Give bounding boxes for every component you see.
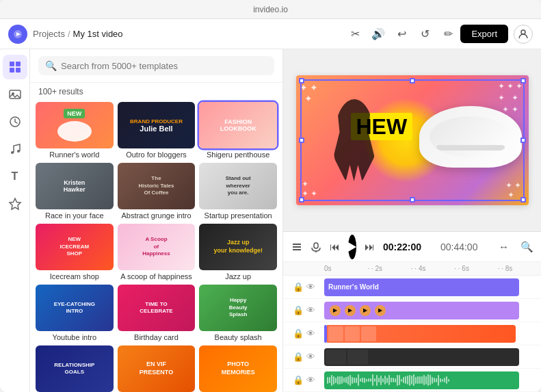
total-time-display: 00:44:00: [440, 241, 478, 252]
track-clip-4[interactable]: [324, 348, 519, 366]
user-icon: [518, 29, 529, 40]
redo-icon[interactable]: ↩: [395, 27, 408, 41]
text-icon: T: [12, 170, 18, 183]
brush-icon[interactable]: ✏: [441, 27, 455, 41]
svg-rect-14: [293, 246, 301, 248]
template-item-11[interactable]: TIME TOCELEBRATE Birthday card: [118, 285, 196, 341]
export-button[interactable]: Export: [460, 25, 508, 43]
track-row-1: 🔒 👁 Runner's World: [283, 276, 541, 299]
svg-rect-15: [293, 249, 301, 250]
expand-icon[interactable]: ↔: [494, 237, 513, 257]
track-row-4: 🔒 👁: [283, 345, 541, 369]
template-label-7: Icecream shop: [36, 272, 114, 280]
sidebar-item-music[interactable]: [3, 137, 27, 161]
timeline-tool-mic[interactable]: [311, 237, 321, 257]
ruler-2s: · · 2s: [367, 265, 410, 272]
track-clip-3[interactable]: [327, 325, 516, 343]
skip-forward-button[interactable]: ⏭: [365, 237, 375, 257]
total-time: [430, 241, 432, 252]
template-item-8[interactable]: A ScoopofHappiness A scoop of happiness: [118, 224, 196, 280]
handle-tm: [410, 78, 415, 83]
track-clip-label-1: Runner's World: [328, 283, 379, 291]
track-clip-1[interactable]: Runner's World: [324, 278, 519, 296]
scissors-icon[interactable]: ✂: [348, 27, 362, 41]
track-lock-icon-2[interactable]: 🔒: [293, 305, 304, 315]
clip-frame-3: [361, 326, 376, 341]
music-icon: [8, 142, 22, 156]
clip-icon-d: ▶: [375, 305, 386, 316]
sidebar-item-media[interactable]: [3, 82, 27, 107]
template-label-4: Race in your face: [36, 211, 114, 220]
track-lock-icon-1[interactable]: 🔒: [293, 282, 304, 292]
clock-icon: [8, 115, 22, 129]
svg-point-2: [521, 30, 525, 34]
refresh-icon[interactable]: ↺: [418, 27, 432, 41]
template-label-12: Beauty splash: [199, 333, 277, 341]
audio-track[interactable]: (function(){ var bars = []; for(var i=0;…: [324, 371, 519, 389]
template-thumb-15: PHOTOMEMORIES: [199, 345, 277, 392]
handle-lm: [299, 138, 304, 143]
template-item-7[interactable]: NEWICECREAMSHOP Icecream shop: [36, 224, 114, 280]
template-item-3[interactable]: FASHIONLOOKBOOK Shigeru penthouse: [199, 102, 277, 159]
template-thumb-12: HappyBeautySplash: [199, 285, 277, 331]
sidebar-item-templates[interactable]: [3, 55, 27, 79]
template-item-2[interactable]: BRAND PRODUCER Julie Bell Outro for blog…: [118, 102, 196, 159]
track-eye-icon-2[interactable]: 👁: [306, 305, 315, 315]
sidebar-item-elements[interactable]: [3, 192, 27, 216]
template-item-1[interactable]: NEW Runner's world: [36, 102, 114, 159]
timeline-section: ⏮ ⏭ 00:22:00 00:44:00 ↔ 🔍: [283, 231, 541, 392]
svg-point-10: [11, 151, 14, 154]
template-label-11: Birthday card: [118, 333, 196, 341]
track-controls-4: 🔒 👁: [283, 352, 324, 362]
template-item-12[interactable]: HappyBeautySplash Beauty splash: [199, 285, 277, 341]
track-content-3: [324, 324, 541, 343]
track-eye-icon-1[interactable]: 👁: [306, 282, 315, 292]
sidebar-item-history[interactable]: [3, 109, 27, 134]
template-item-13[interactable]: RELATIONSHIPGOALS Relationship goals: [36, 345, 114, 392]
svg-rect-16: [314, 243, 318, 248]
left-sidebar: T: [0, 49, 30, 392]
handle-bm: [410, 197, 415, 202]
search-input[interactable]: [61, 61, 267, 71]
video-preview: ✦ ✦ ✦ ✦ ✦ ✦✦ ✦ ✦ ✦ ✦✦ ✦ ✦ ✦ ✦ HEW: [283, 49, 541, 231]
skip-back-button[interactable]: ⏮: [330, 237, 340, 257]
ruler-marks: 0s · · 2s · · 4s · · 6s · · 8s: [324, 265, 541, 272]
templates-panel: 🔍 100+ results NEW Runner's world: [30, 49, 283, 392]
template-item-9[interactable]: Jazz upyour knowledge! Jazz up: [199, 224, 277, 280]
template-item-14[interactable]: EN VIFPRESENTO Photo memories: [118, 345, 196, 392]
template-item-4[interactable]: KristenHawker Race in your face: [36, 163, 114, 220]
template-label-6: Startup presentation: [199, 211, 277, 220]
app-logo: [8, 25, 27, 44]
template-item-10[interactable]: EYE-CATCHINGINTRO Youtube intro: [36, 285, 114, 341]
template-item-6[interactable]: Stand outwhereveryou are. Startup presen…: [199, 163, 277, 220]
zoom-in-icon[interactable]: 🔍: [517, 237, 536, 257]
star-icon: [8, 197, 22, 211]
sparkle-bottom-right: ✦ ✦ ✦: [505, 181, 521, 200]
search-icon: 🔍: [45, 60, 57, 71]
track-lock-icon-5[interactable]: 🔒: [293, 375, 304, 385]
template-thumb-9: Jazz upyour knowledge!: [199, 224, 277, 270]
runner-figure: [327, 92, 382, 188]
track-clip-2a[interactable]: ▶ ▶ ▶ ▶: [324, 302, 519, 319]
track-eye-icon-3[interactable]: 👁: [306, 328, 315, 339]
template-thumb-11: TIME TOCELEBRATE: [118, 285, 196, 331]
template-label-2: Outro for bloggers: [118, 151, 196, 159]
track-eye-icon-5[interactable]: 👁: [306, 375, 315, 385]
user-avatar-icon[interactable]: [514, 25, 533, 44]
volume-icon[interactable]: 🔊: [371, 27, 385, 41]
track-eye-icon-4[interactable]: 👁: [306, 352, 315, 362]
timeline-tool-list[interactable]: [291, 237, 302, 257]
templates-grid: NEW Runner's world BRAND PRODUCER Julie …: [30, 99, 282, 392]
template-item-15[interactable]: PHOTOMEMORIES Photo memories: [199, 345, 277, 392]
template-item-5[interactable]: TheHistoric TalesOf Coffee Abstract grun…: [118, 163, 196, 220]
ruler-8s: · · 8s: [498, 265, 541, 272]
track-row-3: 🔒 👁: [283, 322, 541, 345]
track-lock-icon-4[interactable]: 🔒: [293, 352, 304, 362]
header-tools: ✂ 🔊 ↩ ↺ ✏: [348, 27, 455, 41]
sidebar-item-text[interactable]: T: [3, 164, 27, 189]
ruler-0s: 0s: [324, 265, 367, 272]
play-button[interactable]: [348, 235, 356, 259]
timeline-ruler: 0s · · 2s · · 4s · · 6s · · 8s: [283, 262, 541, 276]
track-lock-icon-3[interactable]: 🔒: [293, 328, 304, 339]
breadcrumb-projects[interactable]: Projects: [33, 29, 65, 39]
